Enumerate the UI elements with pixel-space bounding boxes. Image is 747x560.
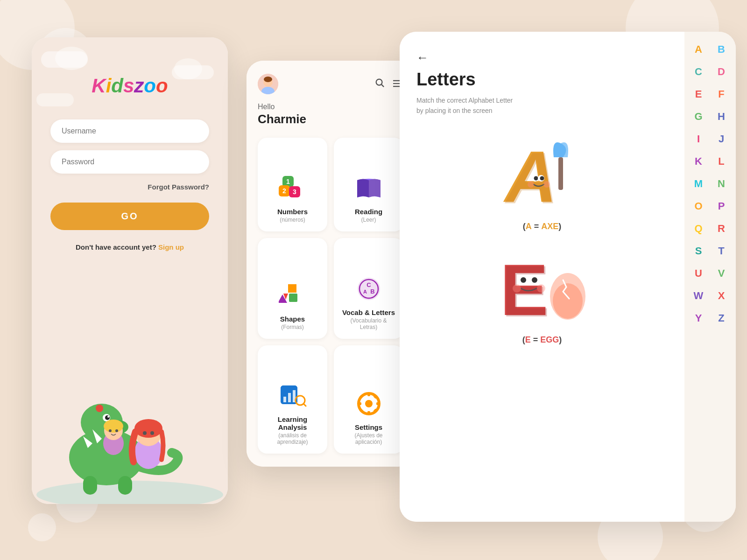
- user-avatar[interactable]: [258, 74, 278, 94]
- svg-rect-61: [358, 402, 361, 405]
- numbers-title: Numbers: [277, 208, 308, 216]
- svg-text:2: 2: [282, 187, 286, 195]
- svg-text:3: 3: [293, 188, 296, 196]
- letters-main-panel: ← Letters Match the correct Alphabet Let…: [400, 32, 684, 522]
- sidebar-letter-N[interactable]: N: [711, 174, 732, 194]
- sidebar-letter-P[interactable]: P: [711, 196, 732, 217]
- search-button[interactable]: [374, 77, 385, 91]
- reading-icon: [355, 176, 383, 200]
- shapes-icon: [279, 283, 307, 308]
- sidebar-letter-C[interactable]: C: [688, 62, 709, 82]
- letter-e-caption: (E = EGG): [522, 335, 562, 345]
- svg-text:B: B: [370, 288, 374, 295]
- back-button[interactable]: ←: [416, 50, 668, 65]
- svg-line-31: [381, 84, 384, 87]
- svg-point-23: [115, 429, 118, 432]
- letters-screen: ← Letters Match the correct Alphabet Let…: [400, 32, 736, 522]
- deco-circle-bl2: [28, 513, 56, 541]
- sidebar-letter-R[interactable]: R: [711, 218, 732, 239]
- menu-analysis[interactable]: Learning Analysis (análisis de aprendiza…: [258, 345, 327, 454]
- sidebar-letter-U[interactable]: U: [688, 263, 709, 284]
- svg-rect-12: [83, 476, 97, 495]
- sidebar-letter-S[interactable]: S: [688, 241, 709, 261]
- svg-point-22: [109, 429, 112, 432]
- forgot-password-link[interactable]: Forgot Password?: [148, 183, 209, 191]
- sidebar-letter-A[interactable]: A: [688, 39, 709, 60]
- sidebar-letter-Z[interactable]: Z: [711, 308, 732, 329]
- sidebar-letter-O[interactable]: O: [688, 196, 709, 217]
- svg-point-73: [528, 181, 534, 188]
- sidebar-letter-I[interactable]: I: [688, 129, 709, 149]
- alphabet-sidebar: A B C D E F G H I J K L M N O P Q R S T …: [684, 32, 736, 522]
- menu-settings[interactable]: Settings (Ajustes de aplicación): [334, 345, 403, 454]
- sidebar-letter-L[interactable]: L: [711, 151, 732, 172]
- svg-line-56: [303, 404, 306, 406]
- sidebar-letter-V[interactable]: V: [711, 263, 732, 284]
- svg-point-79: [521, 277, 526, 283]
- cloud-2: [55, 47, 88, 70]
- login-screen: Kidszoo Forgot Password? GO Don't have a…: [32, 37, 228, 504]
- username-display: Charmie: [258, 112, 403, 126]
- svg-point-21: [104, 420, 123, 433]
- sidebar-letter-M[interactable]: M: [688, 174, 709, 194]
- sidebar-letter-J[interactable]: J: [711, 129, 732, 149]
- svg-text:C: C: [366, 281, 371, 288]
- sidebar-letter-F[interactable]: F: [711, 84, 732, 105]
- svg-point-30: [376, 79, 382, 85]
- greeting-text: Hello: [258, 103, 403, 111]
- svg-text:1: 1: [286, 178, 290, 185]
- svg-point-17: [143, 431, 147, 435]
- a-illustration: A A: [491, 129, 593, 213]
- shapes-subtitle: (Formas): [281, 324, 304, 330]
- svg-text:A: A: [504, 138, 558, 213]
- password-input[interactable]: [50, 150, 209, 174]
- sidebar-letter-W[interactable]: W: [688, 286, 709, 306]
- cloud-5: [36, 93, 74, 106]
- sidebar-letter-H[interactable]: H: [711, 106, 732, 127]
- svg-point-72: [540, 176, 544, 180]
- letters-title: Letters: [416, 70, 668, 90]
- sidebar-letter-E[interactable]: E: [688, 84, 709, 105]
- sidebar-letter-Y[interactable]: Y: [688, 308, 709, 329]
- menu-vocab[interactable]: C A B Vocab & Letters (Vocabulario & Let…: [334, 238, 403, 338]
- analysis-subtitle: (análisis de aprendizaje): [265, 432, 320, 445]
- menu-numbers[interactable]: 1 2 3 Numbers (números): [258, 138, 327, 231]
- svg-rect-75: [558, 157, 563, 190]
- home-screen: Hello Charmie 1 2 3 Numbers (números): [247, 61, 415, 467]
- letter-a-caption: (A = AXE): [523, 222, 562, 231]
- sidebar-letter-X[interactable]: X: [711, 286, 732, 306]
- menu-shapes[interactable]: Shapes (Formas): [258, 238, 327, 338]
- analysis-icon: [279, 384, 307, 408]
- cloud-4: [174, 58, 202, 79]
- svg-point-58: [365, 400, 373, 407]
- analysis-title: Learning Analysis: [265, 415, 320, 431]
- svg-rect-53: [288, 393, 291, 402]
- menu-grid: 1 2 3 Numbers (números): [258, 138, 403, 454]
- numbers-icon: 1 2 3: [279, 176, 307, 200]
- sidebar-letter-T[interactable]: T: [711, 241, 732, 261]
- numbers-icon-area: 1 2 3: [276, 174, 309, 202]
- sidebar-letter-G[interactable]: G: [688, 106, 709, 127]
- sidebar-letter-D[interactable]: D: [711, 62, 732, 82]
- svg-rect-43: [289, 294, 297, 302]
- sidebar-letter-K[interactable]: K: [688, 151, 709, 172]
- reading-title: Reading: [355, 208, 382, 216]
- e-illustration: E E: [491, 243, 593, 327]
- sidebar-letter-B[interactable]: B: [711, 39, 732, 60]
- svg-point-16: [134, 419, 162, 438]
- analysis-icon-area: [276, 382, 309, 410]
- menu-reading[interactable]: Reading (Leer): [334, 138, 403, 231]
- svg-point-6: [105, 415, 110, 420]
- signup-link[interactable]: Sign up: [158, 243, 184, 251]
- settings-icon: [357, 392, 381, 416]
- vocab-title: Vocab & Letters: [342, 308, 395, 316]
- svg-point-83: [537, 284, 545, 293]
- username-input[interactable]: [50, 119, 209, 143]
- signup-prompt: Don't have account yet? Sign up: [76, 243, 184, 251]
- svg-point-29: [264, 77, 272, 82]
- go-button[interactable]: GO: [50, 203, 209, 230]
- svg-rect-60: [367, 411, 370, 415]
- dragon-illustration: [32, 355, 228, 504]
- letter-a-card: A A: [416, 129, 668, 231]
- sidebar-letter-Q[interactable]: Q: [688, 218, 709, 239]
